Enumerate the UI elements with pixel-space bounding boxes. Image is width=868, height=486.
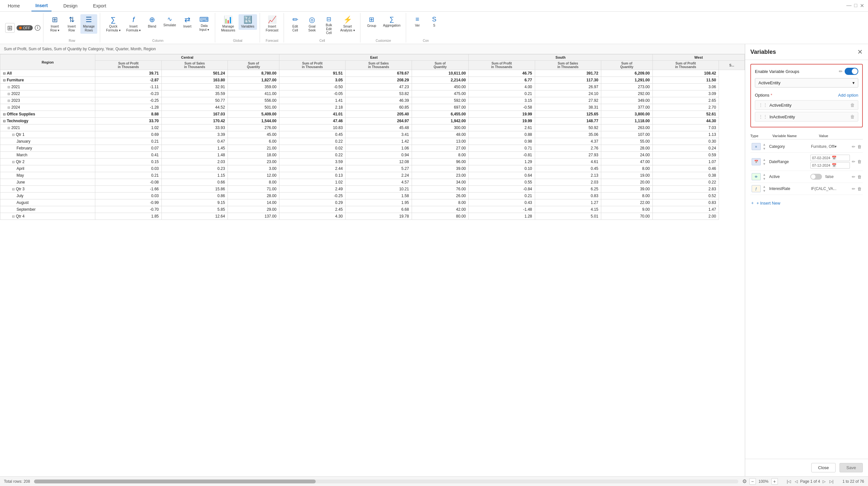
nav-tab-design[interactable]: Design bbox=[59, 1, 81, 11]
cell-value[interactable]: 8,780.00 bbox=[228, 70, 279, 77]
cell-value[interactable]: 26.97 bbox=[535, 84, 601, 90]
reorder-down-interest[interactable]: ▼ bbox=[763, 189, 766, 192]
cell-value[interactable]: 60.85 bbox=[345, 104, 412, 111]
insert-formula-btn[interactable]: f InsertFormula ▾ bbox=[124, 14, 143, 34]
delete-active-icon[interactable]: 🗑 bbox=[857, 175, 862, 179]
cell-value[interactable]: 2.76 bbox=[535, 145, 601, 152]
reorder-down-category[interactable]: ▼ bbox=[763, 147, 766, 150]
cell-value[interactable]: 18.00 bbox=[228, 152, 279, 158]
expand-icon[interactable]: ⊟ bbox=[3, 113, 5, 116]
cell-value[interactable]: 276.00 bbox=[228, 124, 279, 131]
cell-value[interactable]: 11.50 bbox=[652, 77, 719, 84]
cell-value[interactable]: 9.00 bbox=[601, 206, 652, 213]
nav-tab-export[interactable]: Export bbox=[89, 1, 110, 11]
cell-value[interactable]: 46.75 bbox=[469, 70, 535, 77]
delete-category-icon[interactable]: 🗑 bbox=[857, 144, 862, 149]
cell-value[interactable]: 53.82 bbox=[345, 90, 412, 97]
cell-value[interactable]: 19.99 bbox=[469, 118, 535, 124]
cell-value[interactable]: 27.00 bbox=[412, 145, 468, 152]
cell-value[interactable]: 3.15 bbox=[469, 97, 535, 104]
cell-value[interactable]: 3.09 bbox=[652, 90, 719, 97]
cell-value[interactable]: 8.88 bbox=[95, 111, 161, 118]
cell-value[interactable]: 1,291.00 bbox=[601, 77, 652, 84]
close-icon[interactable]: ✕ bbox=[860, 3, 864, 9]
cell-value[interactable]: 9.15 bbox=[161, 200, 227, 206]
cell-value[interactable]: 10.83 bbox=[279, 124, 345, 131]
cell-value[interactable]: 170.42 bbox=[161, 118, 227, 124]
cell-value[interactable]: 475.00 bbox=[412, 90, 468, 97]
cell-value[interactable]: 0.43 bbox=[469, 200, 535, 206]
scrollbar-thumb[interactable] bbox=[34, 480, 316, 483]
cell-value[interactable]: 28.00 bbox=[228, 192, 279, 200]
cell-value[interactable]: 6.00 bbox=[228, 138, 279, 145]
active-toggle[interactable] bbox=[810, 174, 822, 180]
cell-value[interactable]: 27.92 bbox=[535, 97, 601, 104]
cell-value[interactable]: 1.06 bbox=[345, 145, 412, 152]
cell-value[interactable]: 8.00 bbox=[228, 179, 279, 186]
data-table-wrapper[interactable]: Region Central East South West Sum of Pr… bbox=[0, 54, 745, 476]
cell-value[interactable]: 0.21 bbox=[95, 172, 161, 179]
cell-value[interactable]: 38.31 bbox=[535, 104, 601, 111]
cell-value[interactable]: 3.41 bbox=[345, 131, 412, 138]
manage-measures-btn[interactable]: 📊 ManageMeasures bbox=[218, 14, 238, 34]
expand-icon[interactable]: ⊟ bbox=[7, 92, 10, 96]
last-page-btn[interactable]: ▷| bbox=[828, 479, 835, 484]
cell-value[interactable]: 0.47 bbox=[161, 138, 227, 145]
cell-value[interactable]: 23.00 bbox=[228, 158, 279, 165]
cell-value[interactable]: 19.00 bbox=[601, 172, 652, 179]
cell-value[interactable]: 47.23 bbox=[345, 84, 412, 90]
expand-icon[interactable]: ⊟ bbox=[3, 72, 5, 75]
cell-value[interactable]: 3.59 bbox=[279, 158, 345, 165]
insert-new-btn[interactable]: ＋ + Insert New bbox=[750, 198, 863, 209]
cell-value[interactable]: 26.00 bbox=[412, 192, 468, 200]
cell-value[interactable]: 0.83 bbox=[535, 192, 601, 200]
cell-value[interactable]: 148.77 bbox=[535, 118, 601, 124]
cell-value[interactable]: -0.23 bbox=[95, 90, 161, 97]
expand-icon[interactable]: ⊟ bbox=[3, 119, 5, 123]
cell-value[interactable]: 6,455.00 bbox=[412, 111, 468, 118]
cell-value[interactable]: 13.00 bbox=[412, 138, 468, 145]
cell-value[interactable]: 1.15 bbox=[161, 172, 227, 179]
settings-icon[interactable]: ⚙ bbox=[742, 478, 747, 484]
cell-value[interactable]: 76.00 bbox=[412, 186, 468, 192]
cell-value[interactable]: 0.03 bbox=[95, 192, 161, 200]
cell-value[interactable]: 2.44 bbox=[279, 165, 345, 172]
cell-value[interactable]: 1.42 bbox=[345, 138, 412, 145]
cell-value[interactable]: -0.08 bbox=[95, 179, 161, 186]
cell-value[interactable]: 39.00 bbox=[601, 186, 652, 192]
daterange-type-icon[interactable]: 📅 bbox=[752, 158, 761, 165]
cell-value[interactable]: 1.41 bbox=[279, 97, 345, 104]
reorder-up-interest[interactable]: ▲ bbox=[763, 185, 766, 188]
reorder-down-active[interactable]: ▼ bbox=[763, 177, 766, 181]
manage-rows-btn[interactable]: ☰ ManageRows bbox=[81, 14, 97, 34]
cell-value[interactable]: 50.92 bbox=[535, 124, 601, 131]
prev-page-btn[interactable]: ◁ bbox=[794, 479, 799, 484]
cell-value[interactable]: 0.88 bbox=[469, 131, 535, 138]
cell-value[interactable]: 273.00 bbox=[601, 84, 652, 90]
cell-value[interactable]: 33.70 bbox=[95, 118, 161, 124]
cell-value[interactable]: 1,942.00 bbox=[412, 118, 468, 124]
cell-value[interactable]: 22.00 bbox=[601, 200, 652, 206]
cell-value[interactable]: 1.07 bbox=[652, 158, 719, 165]
zoom-out-btn[interactable]: − bbox=[749, 478, 756, 485]
insert-forecast-btn[interactable]: 📈 InsertForecast bbox=[263, 14, 281, 34]
delete-option-btn[interactable]: 🗑 bbox=[850, 102, 855, 108]
onoff-badge[interactable]: OFF bbox=[17, 25, 33, 30]
cell-value[interactable]: 24.00 bbox=[601, 152, 652, 158]
calendar-icon-2[interactable]: 📅 bbox=[832, 163, 837, 168]
cell-value[interactable]: 697.00 bbox=[412, 104, 468, 111]
cell-value[interactable]: 6.25 bbox=[535, 186, 601, 192]
cell-value[interactable]: 35.59 bbox=[161, 90, 227, 97]
cell-value[interactable]: 33.93 bbox=[161, 124, 227, 131]
cell-value[interactable]: 2.18 bbox=[279, 104, 345, 111]
cell-value[interactable]: -0.58 bbox=[469, 104, 535, 111]
expand-icon[interactable]: ⊟ bbox=[12, 160, 14, 164]
cell-value[interactable]: 0.38 bbox=[652, 172, 719, 179]
cell-value[interactable]: 263.00 bbox=[601, 124, 652, 131]
expand-icon[interactable]: ⊟ bbox=[12, 133, 14, 136]
cell-value[interactable]: 41.01 bbox=[279, 111, 345, 118]
cell-value[interactable]: 23.00 bbox=[412, 172, 468, 179]
edit-enable-group-icon[interactable]: ✏ bbox=[839, 69, 843, 74]
scrollbar[interactable] bbox=[34, 480, 738, 483]
cell-value[interactable]: 1.85 bbox=[95, 213, 161, 220]
